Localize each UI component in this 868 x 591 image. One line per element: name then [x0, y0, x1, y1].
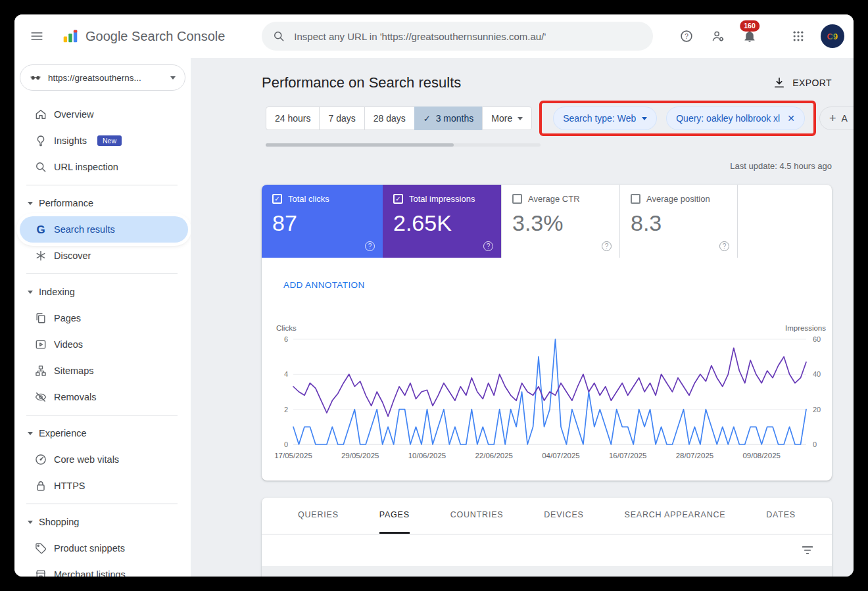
tab-label: DATES	[766, 510, 796, 519]
sidebar: https://greatsoutherns... Overview Insig…	[14, 58, 191, 577]
checkbox-unchecked-icon[interactable]	[631, 194, 640, 204]
sidebar-item-label: Discover	[54, 250, 91, 261]
divider	[26, 273, 178, 274]
sidebar-section-performance[interactable]: Performance	[14, 190, 191, 216]
add-annotation-button[interactable]: ADD ANNOTATION	[283, 280, 365, 290]
sidebar-item-search-results[interactable]: G Search results	[20, 216, 188, 243]
svg-text:40: 40	[813, 370, 821, 378]
date-filter-24-hours[interactable]: 24 hours	[266, 106, 320, 130]
svg-text:60: 60	[813, 335, 821, 343]
help-icon[interactable]: ?	[719, 241, 729, 251]
apps-grid-icon	[792, 30, 805, 43]
metric-card-average-position[interactable]: Average position 8.3 ?	[619, 185, 738, 258]
filter-icon[interactable]	[800, 543, 815, 557]
sidebar-item-sitemaps[interactable]: Sitemaps	[14, 358, 191, 384]
metric-value: 87	[272, 210, 375, 236]
url-inspect-searchbar[interactable]	[262, 22, 653, 51]
export-button[interactable]: EXPORT	[773, 76, 832, 89]
checkbox-unchecked-icon[interactable]	[512, 194, 522, 204]
sidebar-item-removals[interactable]: Removals	[14, 384, 191, 410]
svg-text:0: 0	[284, 440, 288, 448]
tab-search-appearance[interactable]: SEARCH APPEARANCE	[625, 498, 726, 534]
tab-devices[interactable]: DEVICES	[544, 498, 583, 534]
svg-text:16/07/2025: 16/07/2025	[609, 452, 647, 460]
google-apps-button[interactable]	[785, 23, 811, 49]
app-title: Google Search Console	[85, 29, 225, 44]
search-console-logo-icon	[62, 28, 79, 45]
notification-badge: 160	[740, 20, 760, 32]
url-inspect-input[interactable]	[294, 31, 642, 42]
sidebar-item-label: URL inspection	[54, 162, 118, 172]
metric-label: Average position	[646, 194, 710, 204]
plus-icon: +	[829, 112, 836, 124]
property-selector[interactable]: https://greatsoutherns...	[20, 64, 185, 91]
sidebar-item-label: Merchant listings	[54, 569, 126, 577]
metric-card-total-clicks[interactable]: ✓ Total clicks 87 ?	[262, 185, 383, 258]
add-filter-chip[interactable]: + A	[819, 106, 854, 130]
chevron-down-icon	[642, 117, 647, 120]
sidebar-item-overview[interactable]: Overview	[14, 101, 191, 128]
checkbox-checked-icon[interactable]: ✓	[272, 194, 282, 204]
hamburger-menu-button[interactable]	[24, 23, 50, 49]
hamburger-icon	[30, 29, 44, 43]
close-icon[interactable]: ✕	[787, 113, 795, 124]
pages-copy-icon	[34, 312, 47, 325]
magnifier-icon	[34, 160, 47, 174]
property-favicon	[30, 72, 41, 83]
sidebar-nav: Overview Insights New URL inspection Per…	[14, 101, 191, 577]
divider	[26, 185, 178, 185]
help-button[interactable]: ?	[673, 23, 700, 49]
app-logo: Google Search Console	[62, 28, 225, 45]
sidebar-item-videos[interactable]: Videos	[14, 331, 191, 358]
help-icon[interactable]: ?	[365, 241, 375, 251]
tab-pages[interactable]: PAGES	[379, 498, 410, 534]
sidebar-item-label: Search results	[54, 224, 115, 235]
date-filter-7-days[interactable]: 7 days	[319, 106, 364, 130]
scrollbar-thumb[interactable]	[266, 143, 454, 147]
svg-text:17/05/2025: 17/05/2025	[274, 452, 312, 460]
tab-label: QUERIES	[298, 510, 339, 519]
sidebar-item-product-snippets[interactable]: Product snippets	[14, 535, 191, 561]
date-filter-28-days[interactable]: 28 days	[364, 106, 415, 130]
metric-card-total-impressions[interactable]: ✓ Total impressions 2.65K ?	[383, 185, 501, 258]
help-icon[interactable]: ?	[483, 241, 493, 251]
date-filter-label: 3 months	[436, 113, 474, 124]
tab-dates[interactable]: DATES	[766, 498, 796, 534]
notifications-button[interactable]: 160	[736, 23, 763, 49]
tab-label: COUNTRIES	[450, 510, 504, 519]
topbar-actions: ? 160 C9	[673, 23, 844, 49]
chevron-down-icon	[28, 432, 33, 435]
help-icon[interactable]: ?	[602, 241, 612, 251]
search-type-filter-chip[interactable]: Search type: Web	[553, 106, 657, 130]
checkbox-checked-icon[interactable]: ✓	[393, 194, 403, 204]
topbar: Google Search Console ? 160	[14, 14, 854, 58]
storefront-icon	[34, 568, 47, 577]
sidebar-item-core-web-vitals[interactable]: Core web vitals	[14, 446, 191, 473]
sidebar-item-pages[interactable]: Pages	[14, 305, 191, 331]
sidebar-section-indexing[interactable]: Indexing	[14, 279, 191, 305]
date-filter-3-months[interactable]: ✓3 months	[414, 106, 483, 130]
gauge-icon	[34, 453, 47, 466]
sidebar-item-insights[interactable]: Insights New	[14, 128, 191, 154]
tab-queries[interactable]: QUERIES	[298, 498, 339, 534]
sidebar-section-experience[interactable]: Experience	[14, 420, 191, 446]
sidebar-item-label: Core web vitals	[54, 454, 119, 465]
sidebar-item-label: Sitemaps	[54, 366, 93, 376]
manage-accounts-button[interactable]	[705, 23, 731, 49]
account-avatar[interactable]: C9	[821, 24, 844, 48]
sidebar-item-merchant-listings[interactable]: Merchant listings	[14, 561, 191, 577]
tab-countries[interactable]: COUNTRIES	[450, 498, 504, 534]
sidebar-item-https[interactable]: HTTPS	[14, 473, 191, 499]
section-title: Performance	[39, 198, 93, 208]
add-filter-label: A	[841, 113, 847, 124]
tab-label: PAGES	[379, 510, 410, 519]
sidebar-item-discover[interactable]: Discover	[14, 243, 191, 269]
sidebar-item-url-inspection[interactable]: URL inspection	[14, 154, 191, 180]
svg-text:0: 0	[813, 440, 817, 448]
metric-card-average-ctr[interactable]: Average CTR 3.3% ?	[501, 185, 619, 258]
download-icon	[773, 76, 786, 89]
sidebar-section-shopping[interactable]: Shopping	[14, 509, 191, 535]
query-filter-chip[interactable]: Query: oakley holbrook xl ✕	[666, 106, 805, 130]
performance-line-chart: 00220440660ClicksImpressions17/05/202529…	[262, 322, 832, 477]
date-filter-more[interactable]: More	[482, 106, 532, 130]
